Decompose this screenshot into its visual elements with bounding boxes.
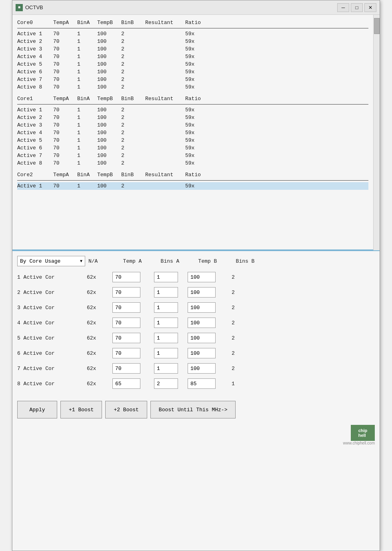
editor-row-5: 6 Active Cor62x2 [17, 346, 375, 361]
editor-bins-b-0: 2 [229, 274, 261, 280]
editor-temp-b-0[interactable] [188, 272, 216, 282]
core-2-col-5: Resultant [145, 172, 185, 178]
core-1-col-0: Core1 [17, 96, 53, 102]
boost1-button[interactable]: +1 Boost [60, 401, 102, 418]
cell-0-5-5 [145, 69, 185, 75]
cell-0-4-3: 100 [97, 61, 121, 67]
cell-1-7-4: 2 [121, 160, 145, 166]
editor-temp-a-0[interactable] [112, 272, 140, 282]
cell-0-1-0: Active 2 [17, 38, 53, 44]
editor-bins-a-5[interactable] [154, 348, 178, 358]
cell-0-5-3: 100 [97, 69, 121, 75]
core-2-col-1: TempA [53, 172, 77, 178]
editor-temp-a-3[interactable] [112, 318, 140, 328]
core-1-row-0: Active 1701100259x [17, 106, 368, 114]
cell-1-4-6: 59x [185, 137, 209, 143]
cell-1-2-6: 59x [185, 122, 209, 128]
editor-temp-a-4[interactable] [112, 333, 140, 343]
col-header-bins-b: Bins B [229, 258, 261, 264]
cell-0-7-5 [145, 84, 185, 90]
core-2-col-0: Core2 [17, 172, 53, 178]
editor-bins-a-7[interactable] [154, 378, 178, 389]
editor-row-label-6: 7 Active Cor [17, 366, 85, 372]
editor-bins-a-6[interactable] [154, 363, 178, 374]
watermark-area: chiphell www.chiphell.com [12, 423, 380, 448]
editor-temp-b-3[interactable] [188, 318, 216, 328]
core-1-row-7: Active 8701100259x [17, 159, 368, 167]
editor-row-0: 1 Active Cor62x2 [17, 269, 375, 285]
cell-1-3-2: 1 [77, 130, 97, 136]
cell-1-6-1: 70 [53, 153, 77, 159]
cell-0-3-1: 70 [53, 54, 77, 60]
editor-bins-a-0[interactable] [154, 272, 178, 282]
core-0-row-3: Active 4701100259x [17, 53, 368, 60]
cell-1-0-5 [145, 107, 185, 113]
cell-1-0-1: 70 [53, 107, 77, 113]
cell-1-1-5 [145, 115, 185, 121]
cell-1-5-3: 100 [97, 145, 121, 151]
editor-bins-a-3[interactable] [154, 318, 178, 328]
scrollbar-thumb[interactable] [374, 18, 380, 34]
editor-row-ratio-6: 62x [87, 366, 111, 372]
cell-1-2-0: Active 3 [17, 122, 53, 128]
core-1-col-5: Resultant [145, 96, 185, 102]
editor-bins-a-4[interactable] [154, 333, 178, 343]
editor-row-ratio-1: 62x [87, 290, 111, 296]
na-label: N/A [87, 258, 111, 264]
editor-row-label-1: 2 Active Cor [17, 290, 85, 296]
editor-bins-b-5: 2 [229, 350, 261, 356]
editor-bins-a-1[interactable] [154, 287, 178, 298]
close-button[interactable]: ✕ [364, 3, 376, 12]
editor-temp-a-1[interactable] [112, 287, 140, 298]
core-0-row-7: Active 8701100259x [17, 83, 368, 91]
apply-button[interactable]: Apply [17, 401, 57, 418]
editor-bins-a-2[interactable] [154, 302, 178, 313]
editor-temp-a-7[interactable] [112, 378, 140, 389]
editor-row-6: 7 Active Cor62x2 [17, 361, 375, 376]
editor-bins-b-7: 1 [229, 381, 261, 387]
core-1-col-4: BinB [121, 96, 145, 102]
editor-temp-b-7[interactable] [188, 378, 216, 389]
editor-temp-b-5[interactable] [188, 348, 216, 358]
boost-until-button[interactable]: Boost Until This MHz-> [150, 401, 236, 418]
cell-0-6-6: 59x [185, 76, 209, 82]
cell-0-5-0: Active 6 [17, 69, 53, 75]
editor-temp-a-5[interactable] [112, 348, 140, 358]
cell-0-0-3: 100 [97, 31, 121, 37]
scrollbar[interactable] [373, 15, 380, 250]
cell-0-6-2: 1 [77, 76, 97, 82]
cell-1-4-0: Active 5 [17, 137, 53, 143]
editor-row-ratio-7: 62x [87, 381, 111, 387]
cell-1-1-2: 1 [77, 115, 97, 121]
editor-row-7: 8 Active Cor62x1 [17, 376, 375, 391]
core-1-row-3: Active 4701100259x [17, 129, 368, 137]
editor-temp-b-2[interactable] [188, 302, 216, 313]
cell-0-0-5 [145, 31, 185, 37]
cell-1-0-4: 2 [121, 107, 145, 113]
cell-0-6-3: 100 [97, 76, 121, 82]
cell-1-4-2: 1 [77, 137, 97, 143]
editor-row-label-0: 1 Active Cor [17, 274, 85, 280]
dropdown-by-core-usage[interactable]: By Core Usage ▼ [17, 256, 85, 266]
editor-temp-a-6[interactable] [112, 363, 140, 374]
editor-row-label-2: 3 Active Cor [17, 305, 85, 311]
cell-0-1-4: 2 [121, 38, 145, 44]
cell-0-2-3: 100 [97, 46, 121, 52]
cell-0-5-1: 70 [53, 69, 77, 75]
editor-temp-b-4[interactable] [188, 333, 216, 343]
col-header-temp-a: Temp A [112, 258, 152, 264]
boost2-button[interactable]: +2 Boost [105, 401, 147, 418]
core-0-row-4: Active 5701100259x [17, 60, 368, 68]
editor-temp-b-1[interactable] [188, 287, 216, 298]
cell-0-2-2: 1 [77, 46, 97, 52]
cell-0-4-5 [145, 61, 185, 67]
col-header-bins-a: Bins A [154, 258, 186, 264]
editor-row-ratio-4: 62x [87, 335, 111, 341]
editor-bins-b-4: 2 [229, 335, 261, 341]
editor-temp-a-2[interactable] [112, 302, 140, 313]
maximize-button[interactable]: □ [351, 3, 363, 12]
editor-temp-b-6[interactable] [188, 363, 216, 374]
minimize-button[interactable]: ─ [337, 3, 349, 12]
dropdown-value: By Core Usage [20, 258, 60, 264]
cell-0-1-2: 1 [77, 38, 97, 44]
